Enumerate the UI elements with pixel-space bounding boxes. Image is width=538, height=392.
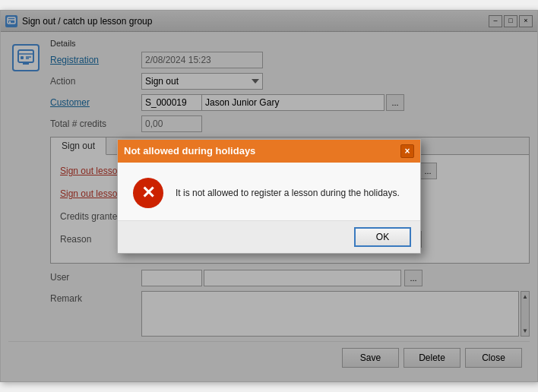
modal-dialog: Not allowed during holidays × ✕ It is no… xyxy=(117,139,421,254)
modal-message: It is not allowed to register a lesson d… xyxy=(176,186,400,200)
modal-close-button[interactable]: × xyxy=(400,144,414,158)
modal-body: ✕ It is not allowed to register a lesson… xyxy=(118,163,420,220)
error-symbol: ✕ xyxy=(141,183,155,203)
modal-overlay: Not allowed during holidays × ✕ It is no… xyxy=(1,11,537,381)
modal-ok-button[interactable]: OK xyxy=(354,227,411,247)
modal-title: Not allowed during holidays xyxy=(124,145,400,156)
modal-footer: OK xyxy=(118,220,420,253)
main-window: Sign out / catch up lesson group – □ × xyxy=(0,10,538,382)
modal-title-bar: Not allowed during holidays × xyxy=(118,140,420,163)
error-icon: ✕ xyxy=(133,178,163,208)
